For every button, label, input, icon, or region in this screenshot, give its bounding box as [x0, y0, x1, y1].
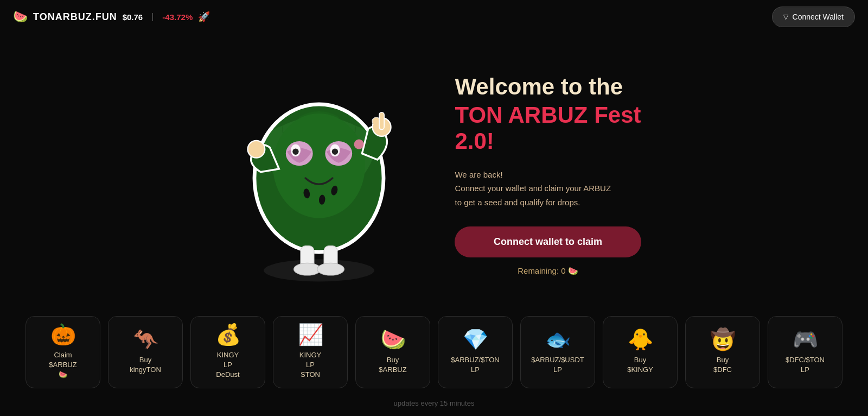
card-emoji-7: 🐥: [628, 329, 653, 350]
rocket-icon: 🚀: [198, 11, 210, 23]
price-divider: |: [151, 12, 154, 22]
logo-icon: 🍉: [13, 10, 28, 24]
claim-button[interactable]: Connect wallet to claim: [455, 226, 641, 257]
svg-point-20: [317, 263, 344, 275]
svg-point-16: [354, 139, 364, 149]
card-emoji-3: 📈: [298, 324, 323, 345]
footer-note: updates every 15 minutes: [0, 394, 868, 416]
watermelon-character: [227, 58, 411, 292]
card-emoji-2: 💰: [215, 324, 241, 345]
header-left: 🍉 TONARBUZ.FUN $0.76 | -43.72% 🚀: [13, 10, 210, 24]
token-price: $0.76: [123, 12, 143, 22]
card-label-7: Buy$KINGY: [627, 355, 653, 375]
card-label-6: $ARBUZ/$USDTLP: [531, 355, 584, 375]
card-item-6[interactable]: 🐟$ARBUZ/$USDTLP: [520, 316, 595, 388]
card-label-4: Buy$ARBUZ: [379, 355, 406, 375]
card-item-7[interactable]: 🐥Buy$KINGY: [603, 316, 678, 388]
card-emoji-8: 🤠: [710, 329, 736, 350]
connect-wallet-label: Connect Wallet: [793, 12, 844, 21]
card-item-1[interactable]: 🦘BuykingyTON: [108, 316, 183, 388]
card-item-5[interactable]: 💎$ARBUZ/$TONLP: [438, 316, 513, 388]
card-emoji-6: 🐟: [545, 329, 571, 350]
hero-section: Welcome to the TON ARBUZ Fest 2.0! We ar…: [0, 34, 868, 305]
card-label-2: KINGYLPDeDust: [216, 350, 239, 380]
connect-wallet-button[interactable]: ▽ Connect Wallet: [772, 7, 855, 27]
card-item-2[interactable]: 💰KINGYLPDeDust: [190, 316, 265, 388]
card-emoji-9: 🎮: [793, 329, 818, 350]
card-label-3: KINGYLPSTON: [299, 350, 321, 380]
cards-section: 🎃Claim$ARBUZ🍉🦘BuykingyTON💰KINGYLPDeDust📈…: [0, 305, 868, 394]
svg-point-9: [332, 148, 338, 154]
card-label-0: Claim$ARBUZ🍉: [49, 350, 76, 380]
card-emoji-4: 🍉: [380, 329, 406, 350]
svg-point-15: [248, 141, 265, 158]
price-change: -43.72%: [162, 12, 193, 22]
card-label-8: Buy$DFC: [713, 355, 732, 375]
header: 🍉 TONARBUZ.FUN $0.76 | -43.72% 🚀 ▽ Conne…: [0, 0, 868, 34]
card-emoji-0: 🎃: [50, 324, 76, 345]
logo-text: TONARBUZ.FUN: [33, 11, 117, 23]
svg-point-8: [293, 148, 299, 154]
svg-point-19: [294, 263, 321, 275]
hero-subtitle: We are back! Connect your wallet and cla…: [455, 168, 641, 210]
card-label-5: $ARBUZ/$TONLP: [451, 355, 499, 375]
svg-rect-14: [380, 112, 385, 129]
card-item-3[interactable]: 📈KINGYLPSTON: [273, 316, 348, 388]
card-item-8[interactable]: 🤠Buy$DFC: [685, 316, 760, 388]
card-item-4[interactable]: 🍉Buy$ARBUZ: [355, 316, 430, 388]
card-item-0[interactable]: 🎃Claim$ARBUZ🍉: [25, 316, 100, 388]
card-emoji-5: 💎: [463, 329, 488, 350]
card-item-9[interactable]: 🎮$DFC/$TONLP: [768, 316, 843, 388]
card-emoji-1: 🦘: [133, 329, 158, 350]
hero-image-container: [227, 58, 411, 292]
card-label-1: BuykingyTON: [130, 355, 161, 375]
hero-content: Welcome to the TON ARBUZ Fest 2.0! We ar…: [455, 74, 641, 276]
svg-point-3: [273, 114, 365, 218]
remaining-count: Remaining: 0 🍉: [455, 266, 641, 276]
hero-title-red: TON ARBUZ Fest 2.0!: [455, 102, 641, 155]
hero-title-white: Welcome to the: [455, 74, 641, 100]
wallet-icon: ▽: [783, 13, 788, 21]
card-label-9: $DFC/$TONLP: [786, 355, 825, 375]
